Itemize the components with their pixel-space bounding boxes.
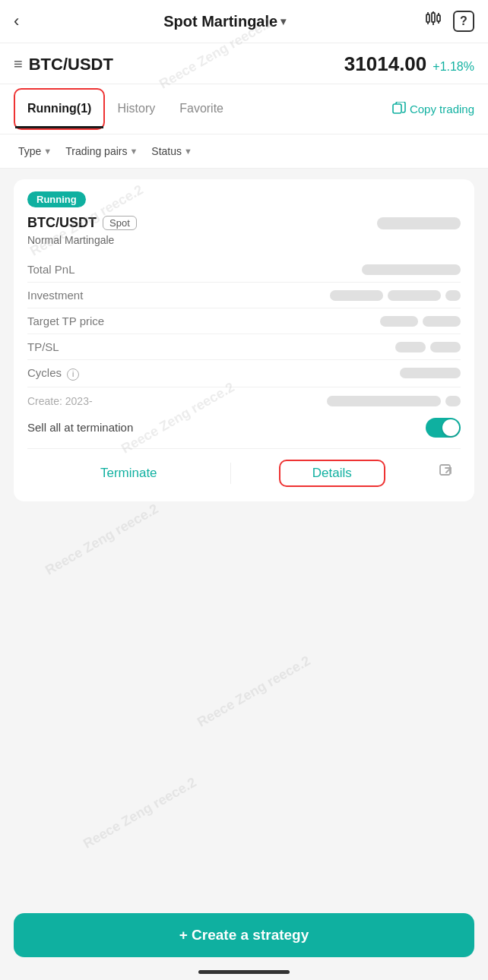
filter-trading-pairs[interactable]: Trading pairs ▼	[61, 142, 142, 160]
external-link-icon[interactable]	[433, 458, 461, 489]
tab-running[interactable]: Running(1)	[15, 90, 103, 128]
blur-cycles	[400, 368, 461, 378]
blur-create-extra	[445, 396, 461, 406]
bot-card: Running BTC/USDT Spot Normal Martingale …	[14, 179, 474, 501]
tab-favorite[interactable]: Favorite	[167, 90, 236, 128]
sell-termination-toggle[interactable]	[426, 418, 461, 438]
title-chevron[interactable]: ▾	[280, 15, 286, 27]
blur-tp-2	[423, 316, 461, 327]
actions-row: Terminate Details	[27, 448, 461, 489]
blur-inv-1	[330, 290, 383, 301]
copy-trading-button[interactable]: Copy trading	[392, 97, 474, 122]
content-area: Running BTC/USDT Spot Normal Martingale …	[0, 169, 488, 720]
stat-row-pnl: Total PnL	[27, 257, 461, 283]
create-strategy-button[interactable]: + Create a strategy	[14, 913, 474, 957]
stat-label-tpsl: TP/SL	[27, 340, 59, 353]
toggle-label: Sell all at termination	[27, 421, 133, 434]
svg-rect-3	[432, 13, 435, 22]
pair-menu: ≡ BTC/USDT	[14, 55, 113, 74]
tabs-bar: Running(1) History Favorite Copy trading	[0, 84, 488, 134]
filters-row: Type ▼ Trading pairs ▼ Status ▼	[0, 134, 488, 169]
svg-rect-0	[426, 14, 429, 22]
blur-inv-3	[445, 290, 461, 301]
stat-row-cycles: Cycles i	[27, 360, 461, 387]
stat-row-tpsl: TP/SL	[27, 334, 461, 360]
help-icon[interactable]: ?	[453, 11, 474, 32]
pair-name: BTC/USDT	[29, 55, 113, 74]
filter-pairs-chevron: ▼	[129, 147, 138, 156]
create-row: Create: 2023-	[27, 387, 461, 412]
blur-tpsl-2	[430, 342, 461, 352]
svg-rect-9	[393, 104, 401, 113]
stat-value-cycles	[400, 368, 461, 378]
filter-type[interactable]: Type ▼	[14, 142, 56, 160]
filter-status-label: Status	[151, 145, 182, 157]
header-title: Spot Martingale ▾	[163, 13, 286, 30]
header-left: ‹	[14, 11, 25, 31]
watermark-6: Reece Zeng reece.2	[81, 774, 199, 852]
menu-icon[interactable]: ≡	[14, 55, 23, 73]
blur-tp-1	[380, 316, 418, 327]
header: ‹ Spot Martingale ▾ ?	[0, 0, 488, 43]
blur-create-date	[327, 396, 441, 406]
create-blur	[327, 396, 461, 406]
bot-type-label: Normal Martingale	[27, 234, 461, 246]
copy-trading-icon	[392, 102, 406, 117]
blur-inv-2	[388, 290, 441, 301]
running-tab-wrapper: Running(1)	[14, 88, 105, 130]
stat-row-investment: Investment	[27, 283, 461, 308]
bottom-spacer	[14, 512, 474, 710]
terminate-button[interactable]: Terminate	[27, 460, 230, 487]
filter-type-label: Type	[18, 145, 41, 157]
bot-pair-name: BTC/USDT	[27, 215, 97, 231]
filter-type-chevron: ▼	[43, 147, 52, 156]
stat-value-investment	[330, 290, 461, 301]
header-icons: ?	[424, 11, 474, 32]
details-button[interactable]: Details	[279, 460, 385, 487]
back-button[interactable]: ‹	[14, 11, 19, 31]
stat-label-pnl: Total PnL	[27, 263, 75, 276]
stat-value-pnl	[362, 264, 461, 275]
stat-label-cycles: Cycles i	[27, 366, 79, 381]
toggle-row: Sell all at termination	[27, 412, 461, 448]
svg-rect-6	[437, 15, 440, 21]
copy-trading-label: Copy trading	[410, 103, 474, 115]
blur-tpsl-1	[395, 342, 426, 352]
blur-pnl	[362, 264, 461, 275]
candles-icon[interactable]	[424, 11, 442, 32]
price-row: ≡ BTC/USDT 31014.00 +1.18%	[0, 43, 488, 84]
tab-history[interactable]: History	[105, 90, 167, 128]
filter-status[interactable]: Status ▼	[147, 142, 197, 160]
blurred-value-header	[377, 217, 461, 229]
details-wrapper: Details	[231, 460, 434, 487]
status-badge: Running	[27, 191, 86, 207]
price-info: 31014.00 +1.18%	[344, 52, 474, 76]
stat-row-target-tp: Target TP price	[27, 308, 461, 334]
price-value: 31014.00	[344, 52, 426, 76]
title-text: Spot Martingale	[163, 13, 277, 30]
cycles-info-icon[interactable]: i	[67, 368, 79, 381]
bot-pair: BTC/USDT Spot	[27, 215, 137, 231]
home-indicator	[198, 970, 290, 974]
spot-badge: Spot	[103, 216, 137, 230]
filter-pairs-label: Trading pairs	[65, 145, 127, 157]
price-change: +1.18%	[433, 60, 474, 74]
stat-label-target-tp: Target TP price	[27, 315, 104, 327]
bot-header-row: BTC/USDT Spot	[27, 215, 461, 231]
filter-status-chevron: ▼	[184, 147, 192, 156]
stat-label-investment: Investment	[27, 289, 83, 302]
stat-value-tpsl	[395, 342, 461, 352]
create-label: Create: 2023-	[27, 395, 93, 407]
stat-value-target-tp	[380, 316, 461, 327]
